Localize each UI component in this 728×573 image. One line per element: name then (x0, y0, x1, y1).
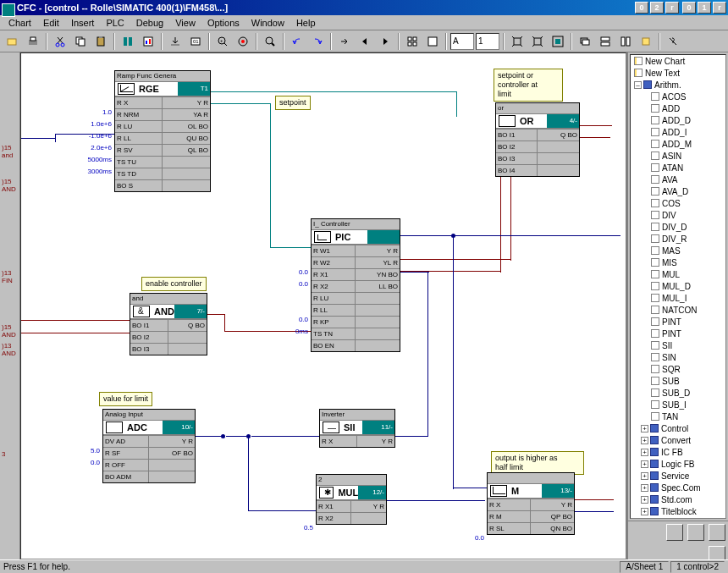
pin-left[interactable]: R LL (115, 133, 163, 144)
pin-right[interactable]: Y R (163, 97, 210, 108)
tree-item[interactable]: ASIN (631, 150, 725, 162)
block-row[interactable]: BO I4 (496, 164, 579, 176)
tree-item[interactable]: SUB_I (631, 399, 725, 410)
tb-shrink-icon[interactable] (528, 32, 547, 51)
pin-left[interactable]: R X1 (312, 269, 356, 280)
block-row[interactable]: BO S (115, 179, 210, 191)
tb-combo-1[interactable] (476, 33, 499, 50)
pin-left[interactable]: R X (115, 97, 163, 108)
block-row[interactable]: BO I2 (496, 140, 579, 152)
tree-item[interactable]: AVA_D (631, 185, 725, 197)
pin-right[interactable]: QP BO (531, 511, 574, 522)
block-or[interactable]: orOR4/-BO I1Q BOBO I2BO I3BO I4 (495, 102, 580, 177)
pin-left[interactable]: R LU (312, 293, 356, 304)
block-row[interactable]: DV ADY R (103, 435, 195, 447)
block-row[interactable]: R XY R (115, 96, 210, 108)
tree-item[interactable]: DIV_D (631, 221, 725, 233)
block-row[interactable]: R X1Y R (317, 500, 386, 512)
menu-window[interactable]: Window (246, 17, 290, 29)
tree-item[interactable]: New Chart (631, 55, 725, 67)
pin-right[interactable] (356, 293, 400, 304)
pin-right[interactable] (356, 328, 400, 339)
pin-right[interactable]: QU BO (163, 133, 210, 144)
pin-left[interactable]: BO I4 (496, 165, 538, 176)
pin-value[interactable]: 1.0e+6 (74, 120, 112, 128)
tb-layers3-icon[interactable] (616, 32, 635, 51)
pin-left[interactable]: BO I2 (130, 332, 168, 343)
pin-value[interactable]: 0.0 (271, 280, 308, 288)
tree-item[interactable]: AVA (631, 174, 725, 185)
pin-value[interactable]: 0.0 (271, 316, 308, 323)
tree-item[interactable]: PINT (631, 328, 725, 339)
block-row[interactable]: R OFF (103, 459, 195, 471)
pin-left[interactable]: R SL (488, 523, 531, 534)
block-row[interactable]: R LUOL BO (115, 120, 210, 132)
tree-item[interactable]: DIV_R (631, 233, 725, 245)
menu-options[interactable]: Options (202, 17, 245, 29)
pin-value[interactable]: 0.0 (271, 268, 308, 276)
pin-left[interactable]: R M (488, 511, 531, 522)
tree-item[interactable]: MUL_I (631, 292, 725, 304)
inner-min-button[interactable]: 0 (635, 2, 648, 14)
tree-item[interactable]: +Service (631, 470, 725, 482)
min-button[interactable]: 0 (682, 2, 696, 14)
block-row[interactable]: R LU (312, 292, 400, 304)
tree-item[interactable]: +Std.com (631, 493, 725, 505)
tb-layers2-icon[interactable] (596, 32, 615, 51)
pin-value[interactable]: 5000ms (74, 156, 112, 163)
block-row[interactable]: BO ADM (103, 471, 195, 482)
comment-value-limit[interactable]: value for limit (99, 392, 152, 406)
comment-sp-ctrl[interactable]: setpoint orcontroller atlimit (494, 69, 563, 102)
pin-right[interactable] (356, 317, 400, 328)
pin-value[interactable]: 1.0 (74, 108, 112, 116)
tree-item[interactable]: ADD_D (631, 114, 725, 126)
block-row[interactable]: R LL (312, 304, 400, 316)
tb-undo-icon[interactable] (288, 32, 306, 51)
tree-item[interactable]: ADD (631, 102, 725, 114)
tree-item[interactable]: +Logic FB (631, 458, 725, 470)
pin-left[interactable]: R X (488, 499, 531, 510)
comment-enable-ctrl[interactable]: enable controller (141, 277, 207, 291)
block-row[interactable]: R X1YN BO (312, 268, 400, 280)
cat-btn-2-icon[interactable] (687, 524, 704, 541)
tree-item[interactable]: +IC FB (631, 446, 725, 458)
pin-right[interactable]: QN BO (531, 523, 574, 534)
cat-btn-1-icon[interactable] (666, 524, 683, 541)
pin-right[interactable] (163, 157, 210, 168)
block-m-limit[interactable]: M13/-R XY RR MQP BOR SLQN BO0.0 (487, 472, 575, 535)
tree-item[interactable]: SQR (631, 363, 725, 375)
menu-insert[interactable]: Insert (66, 17, 100, 29)
inner-close-button[interactable]: r (665, 2, 679, 14)
pin-left[interactable]: R SV (115, 145, 163, 156)
tb-catalog-icon[interactable] (119, 32, 137, 51)
block-row[interactable]: R NRMYA R (115, 108, 210, 120)
block-row[interactable]: R KP (312, 316, 400, 328)
close-button[interactable]: r (713, 2, 726, 14)
tree-item[interactable]: COS (631, 197, 725, 209)
tree-item[interactable]: SIN (631, 351, 725, 363)
block-and[interactable]: andAND7/-BO I1Q BOBO I2BO I3 (130, 293, 207, 355)
block-row[interactable]: BO I2 (130, 331, 207, 343)
pin-right[interactable]: Q BO (538, 129, 579, 140)
tb-cut-icon[interactable] (51, 32, 69, 51)
pin-left[interactable]: R LU (115, 121, 163, 132)
pin-value[interactable]: 0.0 (447, 534, 484, 542)
tb-next-icon[interactable] (376, 32, 394, 51)
pin-right[interactable] (351, 513, 386, 524)
inner-restore-button[interactable]: 2 (650, 2, 664, 14)
pin-right[interactable] (356, 305, 400, 316)
block-row[interactable]: TS TU (115, 156, 210, 168)
pin-right[interactable] (163, 168, 210, 179)
tb-print-icon[interactable] (24, 32, 42, 51)
tb-zoom-in-icon[interactable]: + (213, 32, 232, 51)
tb-test-icon[interactable] (234, 32, 252, 51)
tree-item[interactable]: MUL_D (631, 280, 725, 292)
catalog-tree[interactable]: New ChartNew Text–Arithm.ACOSADDADD_DADD… (630, 54, 726, 519)
block-pic-controller[interactable]: I_ ControllerPICR W1Y RR W2YL RR X1YN BO… (311, 218, 400, 352)
pin-value[interactable]: 2.0e+6 (74, 144, 112, 152)
pin-right[interactable] (163, 180, 210, 191)
tb-sheet-icon[interactable] (423, 32, 442, 51)
tb-find-icon[interactable] (261, 32, 279, 51)
block-adc-analog-input[interactable]: Analog InputADC10/-DV ADY RR SFOF BOR OF… (102, 409, 196, 483)
comment-out-higher[interactable]: output is higher ashalf limit (491, 451, 584, 475)
